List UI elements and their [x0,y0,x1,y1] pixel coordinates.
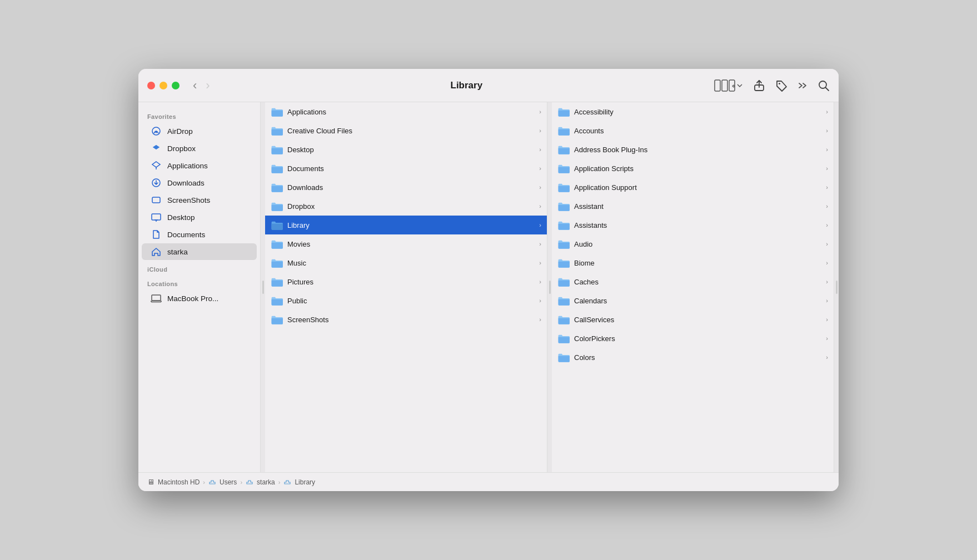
file-name: Assistants [574,221,821,229]
folder-icon [557,162,570,174]
sidebar-divider[interactable] [261,102,265,472]
file-name: Creative Cloud Files [287,127,535,135]
breadcrumb-hd[interactable]: Macintosh HD [158,478,200,486]
file-row[interactable]: Dropbox› [265,197,547,216]
file-row[interactable]: ScreenShots› [265,310,547,329]
file-column-1: Applications›Creative Cloud Files›Deskto… [265,102,547,472]
file-row[interactable]: Desktop› [265,140,547,159]
file-row[interactable]: Public› [265,291,547,310]
sidebar-item-desktop[interactable]: Desktop [142,209,257,226]
sidebar-item-screenshots-label: ScreenShots [167,196,210,204]
file-row[interactable]: Movies› [265,234,547,253]
file-row[interactable]: Address Book Plug-Ins› [552,140,834,159]
file-row[interactable]: Assistant› [552,197,834,216]
sidebar-item-screenshots[interactable]: ScreenShots [142,192,257,208]
chevron-icon: › [826,203,828,209]
sidebar-item-airdrop[interactable]: AirDrop [142,123,257,139]
file-row[interactable]: ColorPickers› [552,329,834,348]
sidebar-item-applications[interactable]: Applications [142,157,257,174]
file-row[interactable]: Creative Cloud Files› [265,121,547,140]
chevron-icon: › [826,146,828,153]
search-button[interactable] [818,79,830,92]
file-row[interactable]: Library› [265,216,547,234]
window-title: Library [219,80,714,91]
sidebar-item-dropbox[interactable]: Dropbox [142,140,257,157]
file-name: Dropbox [287,202,535,211]
file-name: Accessibility [574,108,821,116]
file-row[interactable]: Audio› [552,234,834,253]
file-row[interactable]: Application Scripts› [552,159,834,178]
chevron-icon: › [826,108,828,115]
folder-icon [271,181,283,193]
file-row[interactable]: Downloads› [265,178,547,197]
file-row[interactable]: Biome› [552,253,834,272]
file-name: Application Scripts [574,164,821,173]
forward-button[interactable]: › [203,77,212,94]
sidebar-item-macbook[interactable]: MacBook Pro... [142,290,257,307]
more-button[interactable] [797,81,807,91]
folder-icon [557,313,570,326]
folder-icon [271,294,283,307]
desktop-icon [151,212,162,223]
documents-icon [151,229,162,240]
applications-icon [151,160,162,171]
minimize-button[interactable] [159,82,167,89]
folder-icon [271,313,283,326]
sidebar-item-downloads[interactable]: Downloads [142,174,257,191]
breadcrumb-library[interactable]: Library [295,478,315,486]
file-name: Downloads [287,183,535,192]
chevron-icon: › [826,354,828,361]
view-options-button[interactable] [714,79,743,92]
file-row[interactable]: Documents› [265,159,547,178]
airdrop-icon [151,126,162,137]
chevron-icon: › [539,222,541,228]
fullscreen-button[interactable] [172,82,180,89]
svg-point-8 [156,132,157,133]
folder-icon [271,162,283,174]
file-name: ScreenShots [287,316,535,324]
tag-button[interactable] [775,79,787,92]
file-row[interactable]: Colors› [552,348,834,367]
back-button[interactable]: ‹ [191,77,199,94]
toolbar-actions [714,79,830,92]
folder-icon [557,124,570,137]
folder-icon [271,200,283,212]
chevron-icon: › [826,316,828,323]
tag-icon [775,79,787,92]
close-button[interactable] [147,82,155,89]
home-icon [151,246,162,257]
more-icon [797,81,807,91]
file-row[interactable]: CallServices› [552,310,834,329]
file-row[interactable]: Application Support› [552,178,834,197]
svg-rect-11 [152,197,160,203]
file-row[interactable]: Calendars› [552,291,834,310]
file-name: ColorPickers [574,334,821,343]
chevron-down-icon [736,82,743,89]
sidebar-item-desktop-label: Desktop [167,213,195,222]
sidebar-item-airdrop-label: AirDrop [167,127,193,136]
share-button[interactable] [753,79,765,92]
statusbar: 🖥 Macintosh HD › Users › starka › Librar… [138,472,839,491]
finder-window: ‹ › Library [138,69,839,491]
file-row[interactable]: Music› [265,253,547,272]
file-row[interactable]: Applications› [265,102,547,121]
file-row[interactable]: Assistants› [552,216,834,234]
sidebar-item-documents[interactable]: Documents [142,226,257,243]
icloud-label: iCloud [138,261,260,275]
file-name: Biome [574,259,821,267]
file-name: Audio [574,240,821,248]
breadcrumb-starka[interactable]: starka [257,478,275,486]
column2-divider[interactable] [834,102,839,472]
chevron-icon: › [826,127,828,134]
file-column-2: Accessibility›Accounts›Address Book Plug… [552,102,834,472]
file-name: Movies [287,240,535,248]
file-row[interactable]: Accessibility› [552,102,834,121]
breadcrumb-users[interactable]: Users [220,478,237,486]
chevron-icon: › [539,146,541,153]
file-row[interactable]: Pictures› [265,272,547,291]
folder-icon [557,332,570,344]
file-row[interactable]: Caches› [552,272,834,291]
sidebar-item-starka[interactable]: starka [142,243,257,260]
column1-divider[interactable] [547,102,552,472]
file-row[interactable]: Accounts› [552,121,834,140]
